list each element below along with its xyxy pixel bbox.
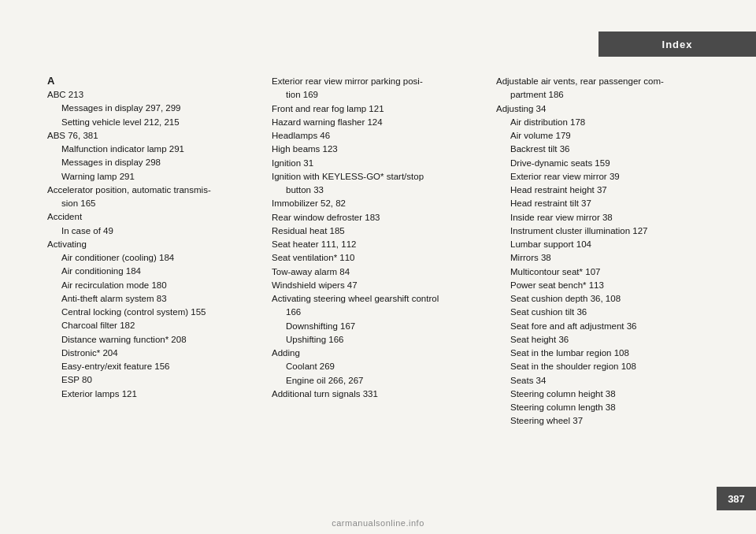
index-entry: Downshifting 167 — [272, 320, 484, 333]
index-entry: Activating steering wheel gearshift cont… — [272, 292, 484, 306]
index-entry: Steering column height 38 — [496, 388, 709, 401]
index-entry: Seat cushion tilt 36 — [496, 306, 709, 319]
index-entry: Charcoal filter 182 — [47, 319, 260, 332]
index-entry: tion 169 — [272, 88, 484, 102]
index-entry: Ignition 31 — [272, 157, 484, 170]
index-entry: ABC 213 — [47, 88, 260, 102]
index-entry: Head restraint height 37 — [496, 184, 709, 197]
index-section: AABC 213Messages in display 297, 299Sett… — [47, 75, 260, 401]
index-entry: Central locking (control system) 155 — [47, 306, 260, 319]
watermark: carmanualsonline.info — [332, 518, 424, 528]
index-entry: Seat heater 111, 112 — [272, 238, 484, 251]
index-entry: Air recirculation mode 180 — [47, 279, 260, 292]
index-entry: Easy-entry/exit feature 156 — [47, 360, 260, 373]
index-entry: Tow-away alarm 84 — [272, 265, 484, 279]
index-entry: Engine oil 266, 267 — [272, 374, 484, 388]
index-entry: Accident — [47, 210, 260, 224]
index-entry: Upshifting 166 — [272, 333, 484, 347]
index-entry: Lumbar support 104 — [496, 238, 709, 251]
index-entry: Ignition with KEYLESS-GO* start/stop — [272, 170, 484, 184]
index-entry: Air distribution 178 — [496, 116, 709, 129]
index-entry: Residual heat 185 — [272, 224, 484, 238]
index-section: Exterior rear view mirror parking posi-t… — [272, 75, 484, 401]
index-entry: 166 — [272, 306, 484, 319]
column-3: Adjustable air vents, rear passenger com… — [496, 75, 709, 479]
index-entry: Steering column length 38 — [496, 401, 709, 414]
index-entry: Seat cushion depth 36, 108 — [496, 292, 709, 306]
index-entry: ABS 76, 381 — [47, 129, 260, 143]
header-bar: Index — [598, 32, 756, 57]
index-entry: Air conditioner (cooling) 184 — [47, 251, 260, 265]
index-entry: Coolant 269 — [272, 360, 484, 373]
index-entry: Setting vehicle level 212, 215 — [47, 116, 260, 129]
column-2: Exterior rear view mirror parking posi-t… — [272, 75, 496, 479]
index-entry: Windshield wipers 47 — [272, 279, 484, 292]
index-entry: Distance warning function* 208 — [47, 333, 260, 347]
index-entry: Seat fore and aft adjustment 36 — [496, 320, 709, 333]
index-entry: Adding — [272, 347, 484, 360]
index-entry: Drive-dynamic seats 159 — [496, 157, 709, 170]
index-entry: Headlamps 46 — [272, 129, 484, 143]
index-entry: Immobilizer 52, 82 — [272, 197, 484, 210]
index-section: Adjustable air vents, rear passenger com… — [496, 75, 709, 428]
index-entry: sion 165 — [47, 197, 260, 210]
index-entry: Seat ventilation* 110 — [272, 251, 484, 265]
section-letter: A — [47, 75, 260, 87]
index-entry: Backrest tilt 36 — [496, 143, 709, 156]
index-entry: Messages in display 297, 299 — [47, 102, 260, 115]
index-entry: Anti-theft alarm system 83 — [47, 292, 260, 306]
index-entry: Exterior rear view mirror 39 — [496, 170, 709, 184]
page: Index AABC 213Messages in display 297, 2… — [0, 0, 756, 534]
index-entry: partment 186 — [496, 88, 709, 102]
index-entry: Power seat bench* 113 — [496, 279, 709, 292]
index-entry: Seats 34 — [496, 374, 709, 388]
index-entry: Exterior rear view mirror parking posi- — [272, 75, 484, 88]
page-number-box: 387 — [717, 487, 756, 510]
index-entry: Adjusting 34 — [496, 102, 709, 116]
index-entry: Steering wheel 37 — [496, 414, 709, 428]
index-entry: Air conditioning 184 — [47, 265, 260, 278]
index-entry: High beams 123 — [272, 143, 484, 156]
index-entry: Activating — [47, 238, 260, 251]
page-number: 387 — [728, 493, 745, 505]
index-entry: Accelerator position, automatic transmis… — [47, 184, 260, 197]
index-entry: Rear window defroster 183 — [272, 211, 484, 224]
index-entry: Messages in display 298 — [47, 156, 260, 169]
index-entry: Warning lamp 291 — [47, 170, 260, 184]
content-area: AABC 213Messages in display 297, 299Sett… — [47, 75, 709, 479]
index-entry: Seat in the shoulder region 108 — [496, 360, 709, 373]
index-entry: Malfunction indicator lamp 291 — [47, 143, 260, 156]
index-entry: Hazard warning flasher 124 — [272, 116, 484, 129]
index-entry: Front and rear fog lamp 121 — [272, 102, 484, 116]
index-entry: Distronic* 204 — [47, 347, 260, 360]
index-entry: Exterior lamps 121 — [47, 388, 260, 401]
column-1: AABC 213Messages in display 297, 299Sett… — [47, 75, 272, 479]
index-entry: Seat height 36 — [496, 333, 709, 347]
index-entry: button 33 — [272, 184, 484, 197]
index-entry: Additional turn signals 331 — [272, 388, 484, 401]
index-entry: ESP 80 — [47, 373, 260, 387]
index-entry: Inside rear view mirror 38 — [496, 211, 709, 224]
index-entry: In case of 49 — [47, 224, 260, 238]
index-entry: Instrument cluster illumination 127 — [496, 224, 709, 238]
index-entry: Multicontour seat* 107 — [496, 265, 709, 279]
index-entry: Head restraint tilt 37 — [496, 197, 709, 210]
index-entry: Mirrors 38 — [496, 251, 709, 265]
index-entry: Adjustable air vents, rear passenger com… — [496, 75, 709, 88]
index-entry: Seat in the lumbar region 108 — [496, 347, 709, 360]
index-entry: Air volume 179 — [496, 129, 709, 143]
header-title: Index — [662, 39, 693, 50]
